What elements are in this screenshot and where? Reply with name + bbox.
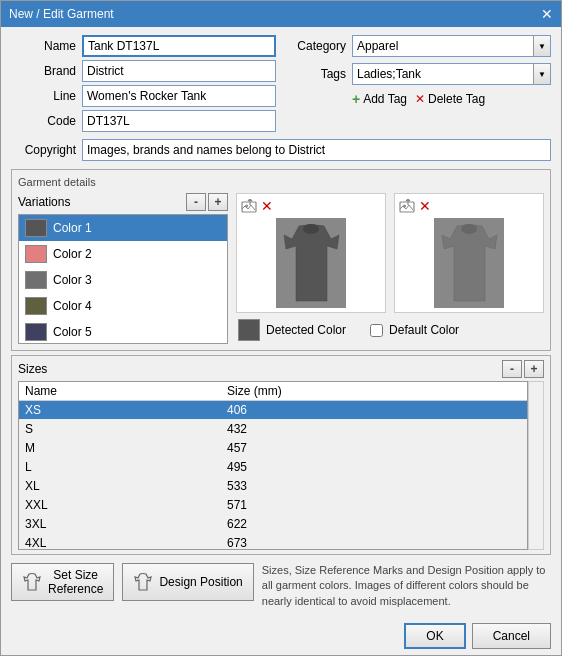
tags-label: Tags (286, 67, 346, 81)
variation-item-5[interactable]: Color 5 (19, 319, 227, 344)
variations-minus-button[interactable]: - (186, 193, 206, 211)
brand-input[interactable] (82, 60, 276, 82)
variation-item-1[interactable]: Color 1 (19, 215, 227, 241)
col-header-size: Size (mm) (221, 382, 527, 401)
garment-details-panel: Garment details Variations - + Col (11, 169, 551, 351)
shirt-icon-set-size (22, 572, 42, 592)
set-size-button[interactable]: Set SizeReference (11, 563, 114, 601)
detected-color-label: Detected Color (266, 323, 346, 337)
garment-details-title: Garment details (18, 176, 544, 188)
bottom-actions: Set SizeReference Design Position Sizes,… (11, 563, 551, 609)
image-upload-button-2[interactable] (399, 199, 415, 213)
image-delete-button-1[interactable]: ✕ (261, 198, 273, 214)
size-row-m[interactable]: M 457 (19, 438, 527, 457)
upload-icon-1 (241, 199, 257, 213)
close-button[interactable]: ✕ (541, 7, 553, 21)
variations-list: Color 1 Color 2 Color 3 Color 4 (18, 214, 228, 344)
size-row-xl[interactable]: XL 533 (19, 476, 527, 495)
delete-tag-label: Delete Tag (428, 92, 485, 106)
image-delete-button-2[interactable]: ✕ (419, 198, 431, 214)
size-row-l[interactable]: L 495 (19, 457, 527, 476)
plus-icon: + (352, 91, 360, 107)
detected-color-row: Detected Color Default Color (238, 319, 542, 341)
size-value-xl: 533 (221, 476, 527, 495)
size-row-s[interactable]: S 432 (19, 419, 527, 438)
size-row-xs[interactable]: XS 406 (19, 400, 527, 419)
image-box-back: ✕ (394, 193, 544, 313)
scrollbar[interactable] (528, 381, 544, 550)
variations-label: Variations (18, 195, 70, 209)
delete-tag-button[interactable]: ✕ Delete Tag (415, 91, 485, 107)
cancel-button[interactable]: Cancel (472, 623, 551, 649)
design-position-button[interactable]: Design Position (122, 563, 253, 601)
window-title: New / Edit Garment (9, 7, 114, 21)
ok-button[interactable]: OK (404, 623, 465, 649)
variations-panel: Variations - + Color 1 Colo (18, 193, 228, 344)
copyright-label: Copyright (11, 143, 76, 157)
variation-item-2[interactable]: Color 2 (19, 241, 227, 267)
upload-icon-2 (399, 199, 415, 213)
size-name-s: S (19, 419, 221, 438)
add-tag-button[interactable]: + Add Tag (352, 91, 407, 107)
copyright-input[interactable] (82, 139, 551, 161)
variation-swatch-2 (25, 245, 47, 263)
right-panel: ✕ (236, 193, 544, 344)
variation-item-4[interactable]: Color 4 (19, 293, 227, 319)
col-header-name: Name (19, 382, 221, 401)
size-name-3xl: 3XL (19, 514, 221, 533)
garment-image-front (276, 218, 346, 308)
size-value-l: 495 (221, 457, 527, 476)
default-color-checkbox[interactable] (370, 324, 383, 337)
svg-point-5 (461, 224, 477, 234)
shirt-svg-back (437, 221, 502, 306)
sizes-minus-button[interactable]: - (502, 360, 522, 378)
size-name-4xl: 4XL (19, 533, 221, 550)
sizes-label: Sizes (18, 362, 47, 376)
size-row-3xl[interactable]: 3XL 622 (19, 514, 527, 533)
size-name-l: L (19, 457, 221, 476)
shirt-svg-front (279, 221, 344, 306)
size-name-xxl: XXL (19, 495, 221, 514)
variation-name-1: Color 1 (53, 221, 92, 235)
dialog-footer: OK Cancel (1, 617, 561, 655)
x-icon: ✕ (415, 92, 425, 106)
default-color-label: Default Color (389, 323, 459, 337)
variation-swatch-3 (25, 271, 47, 289)
sizes-panel: Sizes - + Name Size (mm) (11, 355, 551, 555)
code-input[interactable] (82, 110, 276, 132)
size-row-4xl[interactable]: 4XL 673 (19, 533, 527, 550)
shirt-icon-design-pos (133, 572, 153, 592)
category-label: Category (286, 39, 346, 53)
variation-swatch-1 (25, 219, 47, 237)
variation-name-3: Color 3 (53, 273, 92, 287)
size-value-3xl: 622 (221, 514, 527, 533)
name-input[interactable] (82, 35, 276, 57)
title-bar: New / Edit Garment ✕ (1, 1, 561, 27)
sizes-plus-button[interactable]: + (524, 360, 544, 378)
image-upload-button-1[interactable] (241, 199, 257, 213)
image-box-front: ✕ (236, 193, 386, 313)
sizes-table-wrap[interactable]: Name Size (mm) XS 406 S 432 (18, 381, 528, 550)
line-label: Line (11, 89, 76, 103)
images-row: ✕ (236, 193, 544, 313)
size-value-m: 457 (221, 438, 527, 457)
line-input[interactable] (82, 85, 276, 107)
variations-plus-button[interactable]: + (208, 193, 228, 211)
variation-swatch-5 (25, 323, 47, 341)
size-row-xxl[interactable]: XXL 571 (19, 495, 527, 514)
size-value-4xl: 673 (221, 533, 527, 550)
detected-color-swatch (238, 319, 260, 341)
sizes-table-container: Name Size (mm) XS 406 S 432 (18, 381, 544, 550)
category-select[interactable]: Apparel (352, 35, 551, 57)
color-section: Detected Color Default Color Select Colo… (236, 319, 544, 344)
variation-swatch-4 (25, 297, 47, 315)
tags-select[interactable]: Ladies;Tank (352, 63, 551, 85)
variation-item-3[interactable]: Color 3 (19, 267, 227, 293)
garment-image-back (434, 218, 504, 308)
variation-name-5: Color 5 (53, 325, 92, 339)
size-value-s: 432 (221, 419, 527, 438)
variation-name-4: Color 4 (53, 299, 92, 313)
size-name-xl: XL (19, 476, 221, 495)
name-label: Name (11, 39, 76, 53)
size-name-m: M (19, 438, 221, 457)
